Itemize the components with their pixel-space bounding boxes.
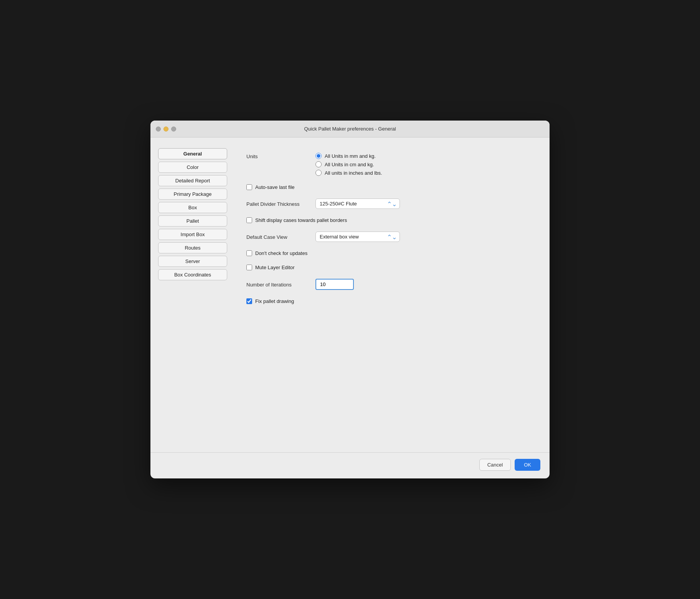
radio-label-mm-kg: All Units in mm and kg.	[325, 153, 376, 159]
units-row: Units All Units in mm and kg. All Units …	[246, 153, 530, 176]
pallet-divider-select-wrapper: 125-250#C Flute 200#B Flute 275#BC Flute…	[315, 199, 400, 209]
default-case-view-select[interactable]: External box view Internal box view Disp…	[315, 232, 400, 242]
sidebar-item-pallet[interactable]: Pallet	[158, 215, 227, 227]
ok-button[interactable]: OK	[515, 459, 540, 471]
sidebar-item-color[interactable]: Color	[158, 162, 227, 173]
shift-display-row: Shift display cases towards pallet borde…	[246, 217, 530, 223]
dont-check-updates-checkbox[interactable]	[246, 250, 252, 256]
mute-layer-checkbox[interactable]	[246, 265, 252, 270]
sidebar-item-box[interactable]: Box	[158, 202, 227, 213]
pallet-divider-row: Pallet Divider Thickness 125-250#C Flute…	[246, 199, 530, 209]
units-label: Units	[246, 153, 308, 159]
radio-mm-kg[interactable]: All Units in mm and kg.	[315, 153, 382, 159]
radio-input-mm-kg[interactable]	[315, 153, 322, 159]
sidebar-item-detailed-report[interactable]: Detailed Report	[158, 175, 227, 186]
auto-save-row: Auto-save last file	[246, 184, 530, 190]
num-iterations-input[interactable]	[315, 279, 354, 290]
fix-pallet-row: Fix pallet drawing	[246, 298, 530, 304]
cancel-button[interactable]: Cancel	[479, 459, 511, 471]
radio-input-inches-lbs[interactable]	[315, 170, 322, 176]
content-area: General Color Detailed Report Primary Pa…	[150, 137, 550, 452]
default-case-view-label: Default Case View	[246, 233, 308, 240]
traffic-lights	[156, 126, 176, 131]
dont-check-updates-label[interactable]: Don't check for updates	[246, 250, 307, 256]
radio-input-cm-kg[interactable]	[315, 161, 322, 167]
main-panel: Units All Units in mm and kg. All Units …	[235, 145, 542, 445]
sidebar-item-box-coordinates[interactable]: Box Coordinates	[158, 269, 227, 280]
dont-check-updates-text: Don't check for updates	[255, 250, 307, 256]
sidebar-item-primary-package[interactable]: Primary Package	[158, 189, 227, 200]
pallet-divider-select[interactable]: 125-250#C Flute 200#B Flute 275#BC Flute…	[315, 199, 400, 209]
default-case-view-row: Default Case View External box view Inte…	[246, 232, 530, 242]
sidebar-item-general[interactable]: General	[158, 148, 227, 159]
sidebar: General Color Detailed Report Primary Pa…	[158, 145, 235, 445]
title-bar: Quick Pallet Maker preferences - General	[150, 121, 550, 137]
pallet-divider-label: Pallet Divider Thickness	[246, 200, 308, 207]
maximize-button[interactable]	[171, 126, 176, 131]
shift-display-label: Shift display cases towards pallet borde…	[255, 217, 347, 223]
window-title: Quick Pallet Maker preferences - General	[304, 126, 396, 132]
radio-label-cm-kg: All Units in cm and kg.	[325, 162, 374, 167]
fix-pallet-checkbox-label[interactable]: Fix pallet drawing	[246, 298, 294, 304]
mute-layer-checkbox-label[interactable]: Mute Layer Editor	[246, 265, 295, 270]
dont-check-updates-row: Don't check for updates	[246, 250, 530, 256]
fix-pallet-label: Fix pallet drawing	[255, 298, 294, 304]
num-iterations-row: Number of Iterations	[246, 279, 530, 290]
mute-layer-row: Mute Layer Editor	[246, 265, 530, 270]
shift-display-checkbox-label[interactable]: Shift display cases towards pallet borde…	[246, 217, 347, 223]
minimize-button[interactable]	[163, 126, 168, 131]
sidebar-item-import-box[interactable]: Import Box	[158, 229, 227, 240]
auto-save-label: Auto-save last file	[255, 184, 295, 190]
units-radio-group: All Units in mm and kg. All Units in cm …	[315, 153, 382, 176]
shift-display-checkbox[interactable]	[246, 217, 252, 223]
fix-pallet-checkbox[interactable]	[246, 298, 252, 304]
auto-save-checkbox[interactable]	[246, 184, 252, 190]
bottom-bar: Cancel OK	[150, 452, 550, 478]
radio-inches-lbs[interactable]: All units in inches and lbs.	[315, 170, 382, 176]
sidebar-item-routes[interactable]: Routes	[158, 242, 227, 253]
num-iterations-label: Number of Iterations	[246, 281, 308, 288]
mute-layer-label: Mute Layer Editor	[255, 265, 295, 270]
close-button[interactable]	[156, 126, 161, 131]
sidebar-item-server[interactable]: Server	[158, 256, 227, 267]
radio-cm-kg[interactable]: All Units in cm and kg.	[315, 161, 382, 167]
form-section: Units All Units in mm and kg. All Units …	[246, 153, 530, 304]
default-case-view-select-wrapper: External box view Internal box view Disp…	[315, 232, 400, 242]
auto-save-checkbox-label[interactable]: Auto-save last file	[246, 184, 295, 190]
radio-label-inches-lbs: All units in inches and lbs.	[325, 170, 382, 176]
